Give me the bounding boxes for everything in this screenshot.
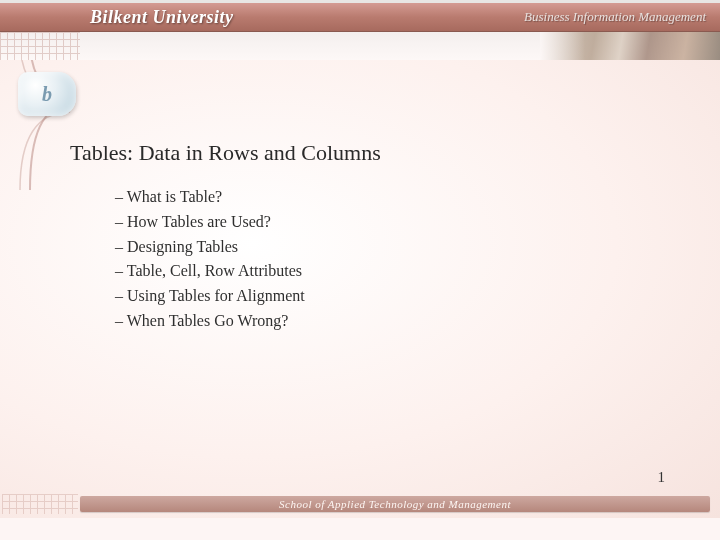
department-name: Business Information Management [524,9,706,25]
list-item: How Tables are Used? [115,210,305,235]
header-photo-decoration [540,32,720,60]
decorative-strip [0,32,720,60]
footer-school-name: School of Applied Technology and Managem… [279,498,511,510]
institution-name: Bilkent University [90,7,234,28]
list-item: Using Tables for Alignment [115,284,305,309]
list-item: Table, Cell, Row Attributes [115,259,305,284]
header-band: Bilkent University Business Information … [0,0,720,32]
footer-band: School of Applied Technology and Managem… [80,496,710,512]
footer-grid-icon [2,494,78,514]
list-item: When Tables Go Wrong? [115,309,305,334]
list-item: What is Table? [115,185,305,210]
grid-pattern-icon [0,32,80,60]
list-item: Designing Tables [115,235,305,260]
bullet-list: What is Table? How Tables are Used? Desi… [115,185,305,334]
slide-content: b Tables: Data in Rows and Columns What … [0,60,720,518]
logo-glyph: b [42,83,52,106]
slide-title: Tables: Data in Rows and Columns [70,140,381,166]
university-logo-icon: b [18,72,76,116]
page-number: 1 [658,469,666,486]
